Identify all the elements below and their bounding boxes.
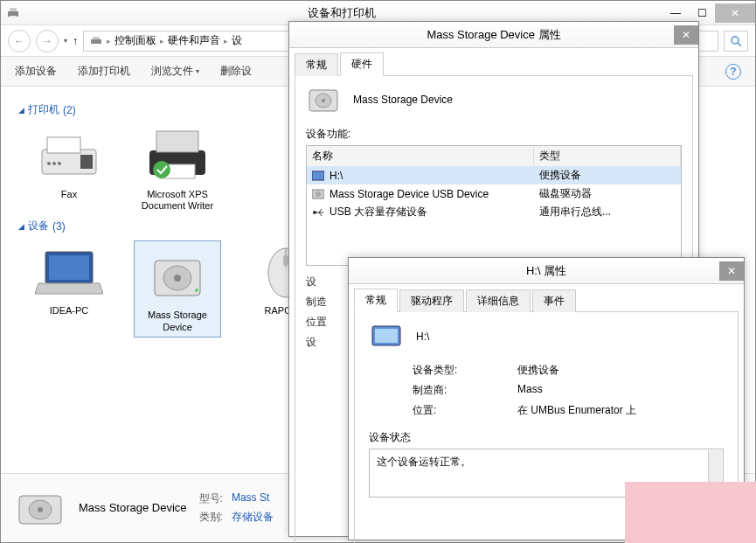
breadcrumb-item[interactable]: 设 (232, 33, 242, 48)
portable-device-icon (369, 323, 404, 351)
svg-point-32 (322, 99, 325, 102)
col-type[interactable]: 类型 (534, 146, 681, 166)
prop2-tabs: 常规 驱动程序 详细信息 事件 (354, 289, 739, 312)
prop2-device-name: H:\ (416, 331, 429, 343)
tab-driver[interactable]: 驱动程序 (399, 289, 464, 312)
close-button[interactable]: ✕ (674, 25, 698, 45)
external-drive-icon (306, 85, 341, 115)
minimize-button[interactable]: — (662, 3, 689, 23)
prop2-titlebar: H:\ 属性 ✕ (349, 258, 744, 284)
device-idea-pc[interactable]: IDEA-PC (25, 240, 113, 337)
chevron-down-icon: ◢ (18, 222, 24, 231)
svg-rect-33 (312, 171, 324, 180)
external-drive-icon (146, 248, 209, 303)
col-name[interactable]: 名称 (307, 146, 534, 166)
prop2-title: H:\ 属性 (373, 263, 719, 279)
svg-point-5 (732, 37, 739, 44)
help-icon[interactable]: ? (725, 64, 741, 80)
svg-rect-8 (47, 137, 80, 153)
mfr-label: 制造商: (413, 383, 500, 398)
search-button[interactable] (724, 31, 748, 52)
close-button[interactable]: ✕ (715, 3, 755, 23)
tab-details[interactable]: 详细信息 (466, 289, 531, 312)
status-text: 这个设备运转正常。 (377, 456, 471, 468)
laptop-icon (35, 245, 103, 297)
loc-value: 在 UMBus Enumerator 上 (517, 403, 724, 418)
prop1-titlebar: Mass Storage Device 属性 ✕ (289, 22, 698, 48)
tab-events[interactable]: 事件 (532, 289, 576, 312)
breadcrumb-item[interactable]: 硬件和声音 (168, 33, 220, 48)
status-category-label: 类别: (199, 510, 223, 525)
svg-rect-4 (93, 37, 100, 39)
device-mass-storage[interactable]: Mass Storage Device (134, 240, 221, 337)
svg-point-23 (195, 289, 198, 292)
back-button[interactable]: ← (8, 30, 31, 52)
external-drive-icon (14, 487, 66, 529)
main-title: 设备和打印机 (20, 5, 662, 21)
tab-hardware[interactable]: 硬件 (340, 52, 384, 76)
mfr-value: Mass (517, 383, 724, 398)
svg-point-11 (52, 162, 56, 165)
svg-rect-14 (156, 131, 198, 152)
function-row[interactable]: Mass Storage Device USB Device 磁盘驱动器 (307, 184, 681, 203)
prop1-tabs: 常规 硬件 (295, 53, 693, 76)
functions-label: 设备功能: (306, 127, 682, 142)
fax-icon (37, 129, 101, 181)
svg-rect-3 (91, 39, 101, 44)
status-model-label: 型号: (199, 491, 223, 506)
add-device-button[interactable]: 添加设备 (15, 64, 57, 79)
remove-device-button[interactable]: 删除设 (220, 64, 252, 79)
forward-button[interactable]: → (36, 30, 59, 52)
svg-line-39 (319, 212, 322, 216)
prop1-device-name: Mass Storage Device (353, 94, 453, 106)
function-row[interactable]: USB 大容量存储设备 通用串行总线... (307, 203, 681, 221)
svg-rect-9 (80, 155, 93, 169)
loc-label: 位置: (413, 403, 500, 418)
add-printer-button[interactable]: 添加打印机 (78, 64, 130, 79)
status-category-value: 存储设备 (232, 510, 274, 525)
drive-icon (312, 171, 324, 181)
prop1-title: Mass Storage Device 属性 (314, 27, 674, 43)
svg-point-29 (38, 507, 43, 512)
svg-marker-19 (35, 283, 103, 294)
search-icon (730, 35, 742, 47)
up-button[interactable]: ↑ (73, 35, 78, 47)
device-functions-table: 名称 类型 H:\ 便携设备 Mass Storage Device USB D… (306, 145, 682, 266)
function-row[interactable]: H:\ 便携设备 (307, 166, 681, 184)
device-fax[interactable]: Fax (25, 124, 113, 212)
history-dropdown[interactable]: ▾ (64, 37, 67, 45)
hdd-icon (312, 189, 324, 199)
svg-rect-1 (10, 8, 17, 11)
status-label: 设备状态 (369, 430, 724, 445)
svg-point-10 (47, 162, 51, 165)
type-value: 便携设备 (517, 363, 724, 378)
browse-files-button[interactable]: 浏览文件▾ (151, 64, 199, 79)
svg-point-12 (58, 162, 61, 165)
close-button[interactable]: ✕ (719, 261, 744, 281)
status-model-value: Mass St (232, 491, 274, 506)
device-xps-writer[interactable]: Microsoft XPS Document Writer (134, 124, 221, 212)
tab-general[interactable]: 常规 (295, 53, 338, 76)
svg-point-35 (316, 191, 321, 197)
svg-rect-41 (375, 329, 398, 343)
watermark-overlay (625, 482, 756, 543)
type-label: 设备类型: (413, 363, 500, 378)
maximize-button[interactable]: ☐ (689, 3, 715, 23)
usb-icon (312, 207, 324, 218)
status-device-name: Mass Storage Device (79, 501, 187, 514)
printer-icon (89, 35, 103, 47)
tab-general[interactable]: 常规 (354, 289, 398, 312)
breadcrumb-item[interactable]: 控制面板 (114, 33, 156, 48)
printer-icon (142, 126, 212, 184)
svg-point-16 (153, 161, 170, 178)
svg-line-38 (319, 209, 322, 212)
printer-app-icon (6, 6, 20, 20)
svg-rect-18 (49, 255, 89, 280)
svg-point-22 (174, 275, 181, 282)
svg-rect-2 (10, 16, 17, 18)
svg-line-6 (738, 43, 741, 46)
chevron-down-icon: ◢ (18, 106, 24, 115)
